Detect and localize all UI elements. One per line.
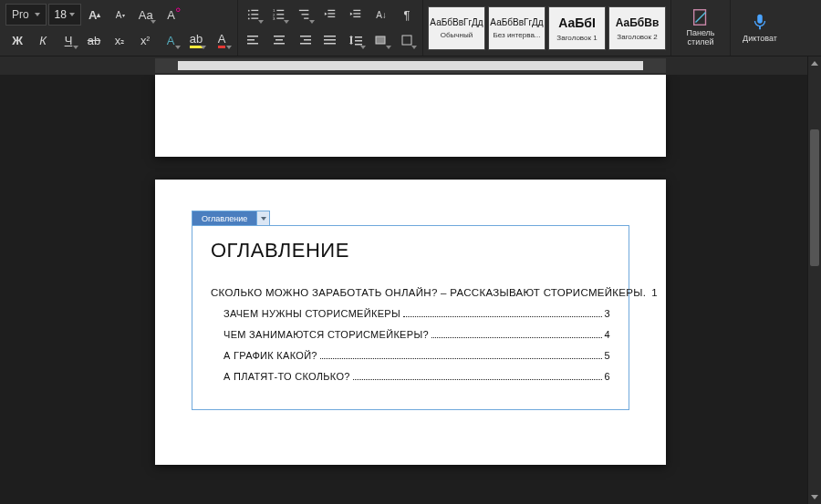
- shrink-font-button[interactable]: A▾: [109, 4, 132, 26]
- toc-body: ОГЛАВЛЕНИЕ СКОЛЬКО МОЖНО ЗАРАБОТАТЬ ОНЛА…: [192, 226, 629, 409]
- svg-rect-20: [353, 13, 360, 14]
- svg-rect-32: [324, 36, 336, 37]
- decrease-indent-button[interactable]: [318, 4, 342, 26]
- numbered-list-button[interactable]: 123: [267, 4, 291, 26]
- svg-rect-9: [276, 14, 284, 15]
- svg-rect-28: [274, 43, 285, 45]
- shading-button[interactable]: [369, 29, 393, 51]
- change-case-button[interactable]: Aa: [134, 4, 158, 26]
- scroll-down-button[interactable]: [808, 490, 821, 504]
- svg-rect-25: [247, 43, 258, 45]
- increase-indent-button[interactable]: [344, 4, 368, 26]
- svg-rect-13: [302, 14, 309, 15]
- toc-entry[interactable]: А ГРАФИК КАКОЙ?5: [211, 345, 610, 366]
- superscript-button[interactable]: x²: [133, 29, 157, 51]
- toc-control-tab: Оглавление: [192, 211, 270, 225]
- svg-rect-33: [324, 39, 336, 41]
- italic-button[interactable]: К: [31, 29, 55, 51]
- toc-leader: [431, 337, 602, 338]
- bullet-list-button[interactable]: [242, 4, 265, 26]
- toc-entry[interactable]: ЧЕМ ЗАНИМАЮТСЯ СТОРИСМЕЙКЕРЫ?4: [211, 324, 610, 345]
- svg-rect-42: [759, 26, 761, 30]
- vertical-scrollbar[interactable]: [807, 57, 821, 504]
- toc-entry-page: 4: [605, 329, 610, 340]
- toc-leader: [353, 379, 602, 380]
- svg-rect-34: [324, 43, 336, 45]
- page-2[interactable]: Оглавление ОГЛАВЛЕНИЕ СКОЛЬКО МОЖНО ЗАРА…: [155, 180, 666, 465]
- style-no-spacing[interactable]: АаБбВвГгДд Без интерва...: [488, 6, 546, 50]
- justify-button[interactable]: [318, 29, 342, 51]
- svg-point-4: [248, 18, 250, 20]
- underline-button[interactable]: Ч: [57, 29, 80, 51]
- svg-rect-27: [275, 39, 283, 41]
- svg-rect-12: [299, 10, 309, 11]
- toc-entry[interactable]: А ПЛАТЯТ-ТО СКОЛЬКО?6: [211, 366, 610, 387]
- clear-formatting-button[interactable]: A⭘: [160, 4, 183, 26]
- styles-pane-label: Панель стилей: [675, 29, 726, 47]
- svg-rect-41: [757, 15, 763, 24]
- multilevel-list-button[interactable]: [293, 4, 317, 26]
- toc-leader: [320, 358, 602, 359]
- toc-entry-label: А ГРАФИК КАКОЙ?: [223, 350, 317, 361]
- font-name-value: Pro: [12, 8, 29, 21]
- svg-rect-1: [251, 10, 258, 11]
- style-preview: АаБбВвГгДд: [490, 17, 543, 27]
- svg-rect-11: [276, 18, 284, 19]
- align-center-button[interactable]: [267, 29, 291, 51]
- toc-entry-label: ЧЕМ ЗАНИМАЮТСЯ СТОРИСМЕЙКЕРЫ?: [223, 329, 429, 340]
- style-preview: АаБбВвГгДд: [430, 17, 483, 27]
- style-heading1[interactable]: АаБбІ Заголовок 1: [548, 6, 606, 50]
- svg-rect-7: [276, 10, 284, 11]
- svg-rect-38: [376, 36, 385, 44]
- font-size-value: 18: [55, 8, 67, 21]
- font-name-selector[interactable]: Pro: [5, 4, 47, 26]
- scroll-up-button[interactable]: [808, 57, 821, 70]
- style-name: Заголовок 2: [617, 29, 657, 41]
- strikethrough-button[interactable]: ab: [82, 29, 106, 51]
- style-normal[interactable]: АаБбВвГгДд Обычный: [428, 6, 485, 50]
- toc-control-label[interactable]: Оглавление: [192, 211, 257, 225]
- toc-entry-label: ЗАЧЕМ НУЖНЫ СТОРИСМЕЙКЕРЫ: [223, 308, 400, 319]
- align-right-button[interactable]: [293, 29, 317, 51]
- toc-entry-page: 1: [651, 287, 658, 298]
- borders-button[interactable]: [395, 29, 419, 51]
- sort-button[interactable]: A↓: [369, 4, 393, 26]
- style-name: Обычный: [441, 27, 473, 39]
- font-color-button[interactable]: A: [210, 29, 234, 51]
- align-left-button[interactable]: [242, 29, 265, 51]
- dictate-button[interactable]: Диктоват: [734, 2, 785, 53]
- line-spacing-button[interactable]: [344, 29, 368, 51]
- horizontal-ruler[interactable]: [0, 57, 821, 75]
- chevron-down-icon: [69, 13, 75, 16]
- svg-rect-15: [327, 10, 335, 11]
- ribbon: Pro 18 A▴ A▾ Aa A⭘ Ж К Ч ab x₂ x² A: [0, 0, 821, 57]
- text-effects-button[interactable]: A: [159, 29, 182, 51]
- svg-rect-21: [353, 16, 360, 17]
- scroll-thumb[interactable]: [810, 129, 819, 266]
- toc-update-dropdown[interactable]: [257, 211, 270, 225]
- toc-entry[interactable]: ЗАЧЕМ НУЖНЫ СТОРИСМЕЙКЕРЫ3: [211, 303, 610, 324]
- style-preview: АаБбВв: [616, 16, 660, 29]
- bold-button[interactable]: Ж: [5, 29, 29, 51]
- svg-point-2: [248, 14, 250, 15]
- toc-entry-label: А ПЛАТЯТ-ТО СКОЛЬКО?: [223, 371, 350, 382]
- svg-rect-19: [353, 10, 360, 11]
- svg-rect-16: [327, 13, 335, 14]
- font-size-selector[interactable]: 18: [48, 4, 81, 26]
- toc-entry[interactable]: СКОЛЬКО МОЖНО ЗАРАБОТАТЬ ОНЛАЙН? – РАССК…: [211, 283, 610, 303]
- document-canvas[interactable]: Оглавление ОГЛАВЛЕНИЕ СКОЛЬКО МОЖНО ЗАРА…: [0, 75, 821, 502]
- style-preview: АаБбІ: [558, 15, 596, 30]
- grow-font-button[interactable]: A▴: [83, 4, 107, 26]
- toc-title[interactable]: ОГЛАВЛЕНИЕ: [211, 239, 610, 262]
- styles-pane-button[interactable]: Панель стилей: [675, 2, 726, 53]
- svg-rect-5: [251, 18, 258, 19]
- highlight-color-button[interactable]: ab: [184, 29, 208, 51]
- page-1-bottom[interactable]: [155, 75, 666, 157]
- svg-point-0: [248, 10, 250, 12]
- svg-rect-39: [402, 36, 411, 45]
- show-marks-button[interactable]: ¶: [395, 4, 419, 26]
- toc-content-control[interactable]: Оглавление ОГЛАВЛЕНИЕ СКОЛЬКО МОЖНО ЗАРА…: [192, 225, 629, 410]
- style-heading2[interactable]: АаБбВв Заголовок 2: [608, 6, 666, 50]
- dictate-label: Диктоват: [743, 34, 777, 43]
- subscript-button[interactable]: x₂: [108, 29, 131, 51]
